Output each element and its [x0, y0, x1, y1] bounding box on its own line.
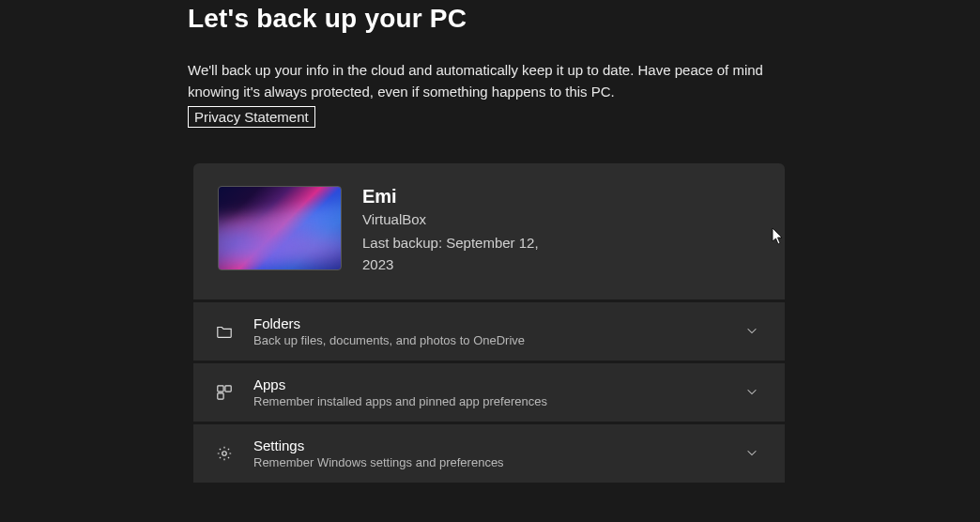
option-folders-title: Folders [253, 315, 727, 331]
svg-rect-1 [225, 386, 231, 392]
main-content: Let's back up your PC We'll back up your… [0, 4, 980, 483]
option-settings-title: Settings [253, 438, 727, 453]
page-description: We'll back up your info in the cloud and… [188, 60, 789, 102]
device-type: VirtualBox [362, 211, 569, 227]
folder-icon [214, 321, 235, 342]
device-thumbnail [218, 186, 342, 270]
option-folders-subtitle: Back up files, documents, and photos to … [253, 333, 727, 347]
option-settings[interactable]: Settings Remember Windows settings and p… [193, 424, 785, 483]
page-title: Let's back up your PC [188, 4, 942, 34]
option-settings-subtitle: Remember Windows settings and preference… [253, 455, 727, 469]
device-card: Emi VirtualBox Last backup: September 12… [193, 163, 785, 299]
chevron-down-icon [745, 324, 760, 339]
settings-icon [214, 443, 235, 464]
chevron-down-icon [745, 385, 760, 400]
svg-rect-2 [218, 393, 223, 399]
option-folders[interactable]: Folders Back up files, documents, and ph… [193, 302, 785, 361]
device-info: Emi VirtualBox Last backup: September 12… [362, 186, 569, 275]
svg-point-3 [222, 452, 227, 456]
backup-panels: Emi VirtualBox Last backup: September 12… [193, 163, 785, 483]
option-apps-subtitle: Remember installed apps and pinned app p… [253, 394, 727, 408]
option-folders-text: Folders Back up files, documents, and ph… [253, 315, 727, 347]
option-settings-text: Settings Remember Windows settings and p… [253, 438, 727, 469]
device-name: Emi [362, 186, 569, 207]
option-apps-title: Apps [253, 376, 727, 392]
apps-icon [214, 382, 235, 403]
privacy-statement-link[interactable]: Privacy Statement [188, 106, 315, 128]
chevron-down-icon [745, 446, 760, 461]
option-apps[interactable]: Apps Remember installed apps and pinned … [193, 363, 785, 422]
option-apps-text: Apps Remember installed apps and pinned … [253, 376, 727, 408]
svg-rect-0 [218, 386, 223, 392]
device-last-backup: Last backup: September 12, 2023 [362, 233, 569, 275]
